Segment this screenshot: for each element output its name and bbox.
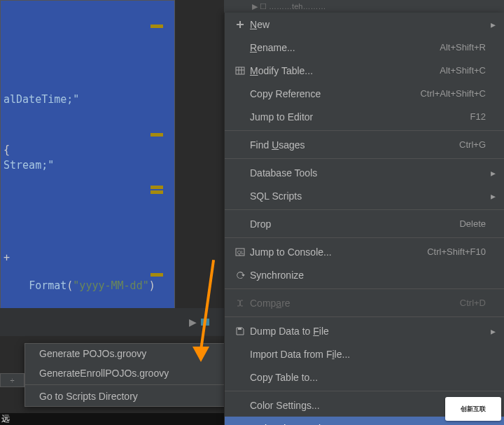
- menu-item-rename[interactable]: Rename...Alt+Shift+R: [225, 36, 504, 59]
- separator: [225, 237, 504, 238]
- menu-item-find-usages[interactable]: Find UsagesCtrl+G: [225, 133, 504, 156]
- code-text: ): [149, 279, 155, 292]
- code-text: Stream;": [4, 159, 54, 172]
- submenu-item-go-to-scripts[interactable]: Go to Scripts Directory: [25, 386, 227, 406]
- menu-label: Compare: [250, 298, 453, 309]
- watermark-logo: 创新互联: [445, 397, 501, 421]
- menu-label: New: [250, 19, 486, 30]
- separator: [225, 209, 504, 210]
- menu-item-database-tools[interactable]: Database Tools▸: [225, 161, 504, 184]
- sync-icon: [230, 270, 250, 280]
- menu-label: Rename...: [250, 42, 433, 53]
- separator: [225, 391, 504, 391]
- menu-label: SQL Scripts: [250, 190, 486, 202]
- taskbar-text: 远: [1, 413, 10, 425]
- svg-text:QL: QL: [237, 250, 244, 256]
- separator: [225, 288, 504, 289]
- menu-label: Synchronize: [250, 270, 486, 281]
- shortcut: Alt+Shift+C: [440, 65, 486, 76]
- console-icon: QL: [230, 247, 250, 257]
- shortcut: F12: [470, 111, 486, 122]
- menu-item-dump-data-to-file[interactable]: Dump Data to File▸: [225, 319, 504, 342]
- svg-rect-6: [238, 328, 241, 330]
- submenu-arrow-icon: ▸: [486, 423, 496, 426]
- menu-label: Jump to Console...: [250, 246, 420, 258]
- menu-item-sql-scripts[interactable]: SQL Scripts▸: [225, 184, 504, 207]
- menu-item-copy-reference[interactable]: Copy ReferenceCtrl+Alt+Shift+C: [225, 82, 504, 105]
- save-icon: [230, 326, 250, 336]
- menu-item-synchronize[interactable]: Synchronize: [225, 263, 504, 286]
- menu-label: Modify Table...: [250, 65, 433, 76]
- annotation-arrow: [200, 259, 202, 350]
- menu-label: Copy Table to...: [250, 372, 486, 383]
- submenu-arrow-icon: ▸: [486, 167, 496, 179]
- compare-icon: [230, 298, 250, 308]
- separator: [225, 130, 504, 131]
- shortcut: Ctrl+Shift+F10: [427, 246, 486, 257]
- menu-item-modify-table[interactable]: Modify Table...Alt+Shift+C: [225, 59, 504, 82]
- separator: [225, 316, 504, 317]
- code-text: alDateTime;": [4, 93, 79, 106]
- shortcut: Ctrl+D: [460, 298, 486, 308]
- code-text: +: [4, 251, 10, 264]
- shortcut: Ctrl+G: [459, 139, 486, 150]
- submenu-arrow-icon: ▸: [486, 326, 496, 337]
- splitter-control[interactable]: ÷: [0, 373, 24, 387]
- code-text: "yyyy-MM-dd": [73, 279, 148, 292]
- shortcut: Ctrl+Alt+Shift+C: [420, 88, 486, 99]
- scripts-submenu: Generate POJOs.groovy GenerateEnrollPOJO…: [24, 343, 227, 407]
- menu-item-jump-to-editor[interactable]: Jump to EditorF12: [225, 105, 504, 128]
- context-menu: New▸Rename...Alt+Shift+RModify Table...A…: [224, 13, 504, 425]
- code-text: {: [4, 144, 10, 156]
- menu-label: Copy Reference: [250, 88, 413, 99]
- table-icon: [230, 66, 250, 76]
- menu-item-jump-to-console[interactable]: QLJump to Console...Ctrl+Shift+F10: [225, 240, 504, 263]
- shortcut: Alt+Shift+R: [440, 42, 486, 53]
- context-menu-fragment: ▶ ☐ ………teh………: [224, 0, 504, 13]
- run-toolbar: ▶: [0, 308, 224, 336]
- svg-rect-0: [236, 67, 244, 74]
- submenu-item-generate-enroll[interactable]: GenerateEnrollPOJOs.groovy: [25, 363, 227, 383]
- separator: [225, 158, 504, 159]
- submenu-arrow-icon: ▸: [486, 190, 496, 202]
- separator: [25, 384, 227, 385]
- shortcut: Delete: [459, 218, 486, 229]
- menu-item-new[interactable]: New▸: [225, 13, 504, 36]
- code-text: (: [66, 279, 73, 292]
- menu-item-copy-table-to[interactable]: Copy Table to...: [225, 365, 504, 389]
- menu-label: Dump Data to File: [250, 326, 486, 337]
- play-icon[interactable]: ▶: [189, 316, 197, 328]
- menu-label: Import Data from File...: [250, 349, 486, 360]
- code-text: Format: [29, 279, 66, 292]
- menu-label: Jump to Editor: [250, 111, 463, 123]
- menu-label: Scripted Extensions: [250, 423, 486, 426]
- submenu-arrow-icon: ▸: [486, 19, 496, 30]
- progress-icon: [201, 319, 209, 326]
- submenu-item-generate-pojos[interactable]: Generate POJOs.groovy: [25, 344, 227, 363]
- plus-icon: [230, 20, 250, 29]
- code-editor[interactable]: alDateTime;" { Stream;" + Format("yyyy-M…: [0, 0, 175, 329]
- menu-item-drop[interactable]: DropDelete: [225, 212, 504, 235]
- menu-label: Find Usages: [250, 139, 452, 151]
- menu-label: Database Tools: [250, 167, 486, 179]
- menu-item-compare: CompareCtrl+D: [225, 291, 504, 314]
- menu-label: Drop: [250, 218, 452, 230]
- menu-item-import-data-from-file[interactable]: Import Data from File...: [225, 342, 504, 365]
